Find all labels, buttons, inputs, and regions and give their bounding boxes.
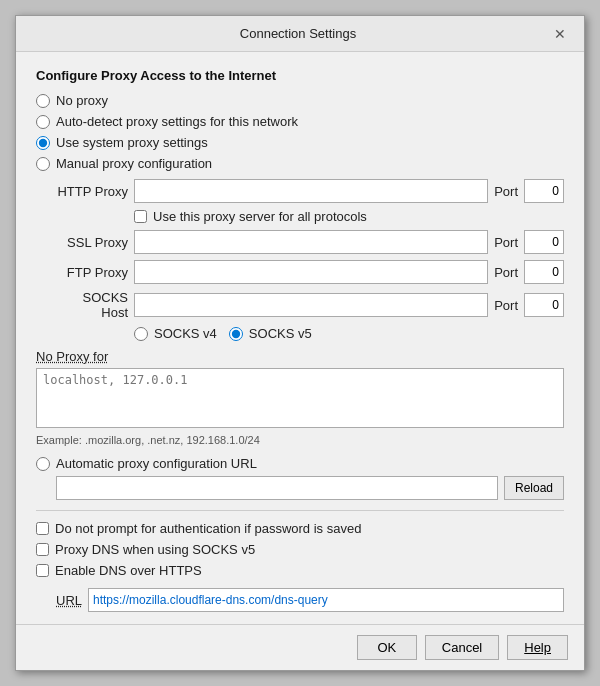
enable-https-label: Enable DNS over HTTPS <box>55 563 202 578</box>
close-button[interactable]: ✕ <box>548 25 572 43</box>
radio-auto-detect[interactable]: Auto-detect proxy settings for this netw… <box>36 114 564 129</box>
socks-v4-option[interactable]: SOCKS v4 <box>134 326 217 341</box>
same-proxy-row: Use this proxy server for all protocols <box>134 209 564 224</box>
reload-button[interactable]: Reload <box>504 476 564 500</box>
auto-proxy-section: Automatic proxy configuration URL Reload <box>36 456 564 500</box>
url-row: URL <box>56 588 564 612</box>
radio-manual-proxy-input[interactable] <box>36 157 50 171</box>
no-auth-label: Do not prompt for authentication if pass… <box>55 521 361 536</box>
socks-port-label: Port <box>494 298 518 313</box>
dialog-footer: OK Cancel Help <box>16 624 584 670</box>
ftp-proxy-label: FTP Proxy <box>56 265 128 280</box>
auto-proxy-label: Automatic proxy configuration URL <box>56 456 257 471</box>
ssl-port-input[interactable] <box>524 230 564 254</box>
no-auth-checkbox[interactable] <box>36 522 49 535</box>
radio-manual-proxy[interactable]: Manual proxy configuration <box>36 156 564 171</box>
url-input[interactable] <box>88 588 564 612</box>
ftp-proxy-row: FTP Proxy Port <box>56 260 564 284</box>
ftp-port-label: Port <box>494 265 518 280</box>
section-heading: Configure Proxy Access to the Internet <box>36 68 564 83</box>
http-proxy-input[interactable] <box>134 179 488 203</box>
no-proxy-section: No Proxy for Example: .mozilla.org, .net… <box>36 349 564 446</box>
ssl-proxy-label: SSL Proxy <box>56 235 128 250</box>
socks-v5-radio[interactable] <box>229 327 243 341</box>
help-button[interactable]: Help <box>507 635 568 660</box>
socks-host-input[interactable] <box>134 293 488 317</box>
ftp-proxy-input[interactable] <box>134 260 488 284</box>
radio-no-proxy[interactable]: No proxy <box>36 93 564 108</box>
cancel-button[interactable]: Cancel <box>425 635 499 660</box>
radio-system-proxy[interactable]: Use system proxy settings <box>36 135 564 150</box>
radio-auto-detect-label: Auto-detect proxy settings for this netw… <box>56 114 298 129</box>
ftp-port-input[interactable] <box>524 260 564 284</box>
radio-manual-proxy-label: Manual proxy configuration <box>56 156 212 171</box>
http-proxy-row: HTTP Proxy Port <box>56 179 564 203</box>
socks-v4-label: SOCKS v4 <box>154 326 217 341</box>
socks-port-input[interactable] <box>524 293 564 317</box>
proxy-dns-checkbox[interactable] <box>36 543 49 556</box>
auto-proxy-url-input[interactable] <box>56 476 498 500</box>
auto-proxy-radio[interactable] <box>36 457 50 471</box>
http-port-label: Port <box>494 184 518 199</box>
socks-host-row: SOCKS Host Port <box>56 290 564 320</box>
radio-no-proxy-input[interactable] <box>36 94 50 108</box>
proxy-radio-group: No proxy Auto-detect proxy settings for … <box>36 93 564 171</box>
bottom-checkboxes: Do not prompt for authentication if pass… <box>36 521 564 578</box>
radio-no-proxy-label: No proxy <box>56 93 108 108</box>
socks-version-row: SOCKS v4 SOCKS v5 <box>134 326 564 341</box>
enable-https-checkbox[interactable] <box>36 564 49 577</box>
same-proxy-label: Use this proxy server for all protocols <box>153 209 367 224</box>
radio-auto-detect-input[interactable] <box>36 115 50 129</box>
divider-1 <box>36 510 564 511</box>
connection-settings-dialog: Connection Settings ✕ Configure Proxy Ac… <box>15 15 585 671</box>
dialog-title: Connection Settings <box>48 26 548 41</box>
proxy-dns-row: Proxy DNS when using SOCKS v5 <box>36 542 564 557</box>
title-bar: Connection Settings ✕ <box>16 16 584 52</box>
no-auth-prompt-row: Do not prompt for authentication if pass… <box>36 521 564 536</box>
ssl-proxy-row: SSL Proxy Port <box>56 230 564 254</box>
manual-proxy-fields: HTTP Proxy Port Use this proxy server fo… <box>56 179 564 341</box>
example-text: Example: .mozilla.org, .net.nz, 192.168.… <box>36 434 564 446</box>
radio-system-proxy-input[interactable] <box>36 136 50 150</box>
radio-system-proxy-label: Use system proxy settings <box>56 135 208 150</box>
socks-host-label: SOCKS Host <box>56 290 128 320</box>
no-proxy-label: No Proxy for <box>36 349 564 364</box>
socks-v5-option[interactable]: SOCKS v5 <box>229 326 312 341</box>
http-proxy-label: HTTP Proxy <box>56 184 128 199</box>
proxy-dns-label: Proxy DNS when using SOCKS v5 <box>55 542 255 557</box>
auto-proxy-radio-label[interactable]: Automatic proxy configuration URL <box>36 456 564 471</box>
socks-v4-radio[interactable] <box>134 327 148 341</box>
dialog-body: Configure Proxy Access to the Internet N… <box>16 52 584 624</box>
ok-button[interactable]: OK <box>357 635 417 660</box>
no-proxy-textarea[interactable] <box>36 368 564 428</box>
ssl-proxy-input[interactable] <box>134 230 488 254</box>
http-port-input[interactable] <box>524 179 564 203</box>
socks-v5-label: SOCKS v5 <box>249 326 312 341</box>
url-label: URL <box>56 593 82 608</box>
ssl-port-label: Port <box>494 235 518 250</box>
same-proxy-checkbox[interactable] <box>134 210 147 223</box>
enable-https-row: Enable DNS over HTTPS <box>36 563 564 578</box>
